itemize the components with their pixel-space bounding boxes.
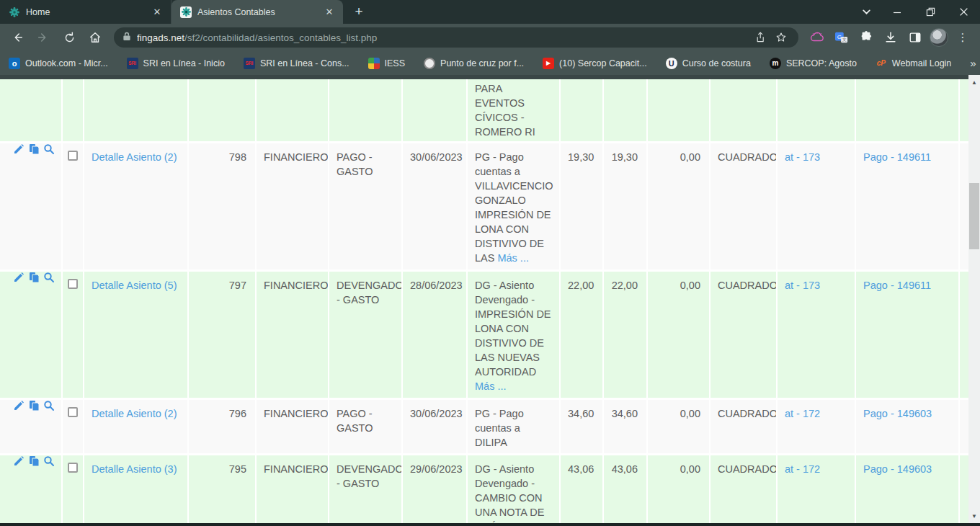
date-cell: 29/06/2023 [403, 455, 466, 523]
edit-icon[interactable] [12, 400, 24, 412]
share-icon[interactable] [751, 27, 771, 48]
date-cell: 30/06/2023 [403, 143, 466, 269]
close-window-button[interactable] [947, 0, 980, 24]
description-cell: DG - Asiento Devengado - IMPRESIÓN DE LO… [468, 272, 559, 398]
asientos-table: PARA EVENTOS CÍVICOS - ROMERO RI Más ...… [0, 79, 968, 523]
status-cell: CUADRADO [710, 455, 776, 523]
difference-cell: 0,00 [648, 400, 709, 453]
difference-cell: 0,00 [648, 272, 709, 398]
more-link[interactable]: Más ... [475, 380, 507, 392]
detalle-asiento-link[interactable]: Detalle Asiento (2) [92, 151, 177, 163]
type-cell: DEVENGADO - GASTO [329, 272, 401, 398]
tab-search-chevron-icon[interactable] [852, 0, 881, 24]
detalle-asiento-link[interactable]: Detalle Asiento (5) [92, 280, 177, 291]
bookmark-sri-consultas[interactable]: SRISRI en Línea - Cons... [244, 58, 349, 69]
extensions-area: G文 ⋮ [806, 27, 974, 48]
row-checkbox[interactable] [68, 407, 78, 417]
bookmarks-overflow-chevron[interactable]: » [970, 57, 976, 69]
type-cell: DEVENGADO - GASTO [329, 455, 401, 523]
translate-extension-icon[interactable]: G文 [832, 27, 852, 48]
downloads-icon[interactable] [881, 27, 901, 48]
search-icon[interactable] [43, 455, 55, 468]
at-ref-link[interactable]: at - 172 [785, 463, 820, 475]
tab-home[interactable]: Home ✕ [0, 0, 172, 24]
status-cell: CUADRADO [710, 400, 776, 453]
bookmark-curso-costura[interactable]: UCurso de costura [666, 58, 751, 69]
row-checkbox[interactable] [68, 279, 78, 289]
extension-cloud-icon[interactable] [807, 27, 827, 48]
scrollbar-thumb[interactable] [969, 183, 979, 249]
cross-stitch-icon [424, 58, 435, 69]
minimize-button[interactable] [881, 0, 914, 24]
bookmark-sercop-youtube[interactable]: ▶(10) Sercop Capacit... [543, 58, 647, 69]
svg-text:文: 文 [842, 37, 846, 42]
date-cell: 28/06/2023 [403, 272, 466, 398]
back-icon[interactable] [6, 26, 29, 49]
credit-cell: 43,06 [604, 455, 646, 523]
address-bar[interactable]: fingads.net/sf2/contabilidad/asientos_co… [114, 27, 798, 48]
cpanel-icon: cP [876, 58, 887, 69]
reload-icon[interactable] [58, 26, 81, 49]
bookmark-star-icon[interactable] [771, 27, 791, 48]
extensions-puzzle-icon[interactable] [856, 27, 876, 48]
lock-icon [122, 31, 131, 44]
tab-asientos-contables[interactable]: Asientos Contables ✕ [172, 0, 343, 24]
close-tab-icon[interactable]: ✕ [151, 6, 164, 19]
row-checkbox[interactable] [68, 151, 78, 161]
row-actions [12, 143, 61, 269]
copy-icon[interactable] [27, 400, 40, 412]
row-actions [12, 272, 61, 398]
at-ref-link[interactable]: at - 172 [785, 408, 820, 419]
new-tab-button[interactable]: + [349, 1, 369, 22]
side-panel-icon[interactable] [905, 27, 925, 48]
bookmark-sri-inicio[interactable]: SRISRI en Línea - Inicio [127, 58, 225, 69]
debit-cell: 43,06 [561, 455, 602, 523]
copy-icon[interactable] [27, 272, 40, 284]
site-favicon [180, 6, 192, 18]
scroll-down-icon[interactable]: ▼ [968, 510, 980, 522]
scroll-up-icon[interactable]: ▲ [968, 76, 980, 88]
edit-icon[interactable] [12, 143, 24, 156]
profile-avatar[interactable] [930, 28, 948, 47]
tab-title: Asientos Contables [197, 7, 317, 17]
page-scrollbar[interactable]: ▲ ▼ [968, 75, 980, 523]
difference-cell: 0,00 [648, 143, 709, 269]
bookmark-sercop-agosto[interactable]: mSERCOP: Agosto [770, 58, 857, 69]
detalle-asiento-link[interactable]: Detalle Asiento (2) [92, 408, 177, 419]
browser-menu-kebab-icon[interactable]: ⋮ [953, 27, 973, 48]
search-icon[interactable] [43, 400, 55, 412]
moodle-icon: m [770, 58, 781, 69]
bookmark-webmail[interactable]: cPWebmail Login [876, 58, 951, 69]
search-icon[interactable] [43, 272, 55, 284]
debit-cell: 34,60 [561, 400, 602, 453]
type-cell: PAGO - GASTO [329, 143, 401, 269]
bookmark-punto-de-cruz[interactable]: Punto de cruz por f... [424, 58, 524, 69]
pago-ref-link[interactable]: Pago - 149611 [863, 280, 931, 291]
home-icon[interactable] [84, 26, 107, 49]
more-link[interactable]: Más ... [497, 252, 529, 264]
bookmark-outlook[interactable]: oOutlook.com - Micr... [9, 58, 108, 69]
search-icon[interactable] [43, 143, 55, 156]
at-ref-link[interactable]: at - 173 [785, 151, 820, 163]
copy-icon[interactable] [27, 143, 40, 156]
pago-ref-link[interactable]: Pago - 149603 [863, 463, 932, 475]
tab-strip: Home ✕ Asientos Contables ✕ + [0, 0, 980, 24]
restore-button[interactable] [914, 0, 947, 24]
edit-icon[interactable] [12, 272, 24, 284]
row-checkbox[interactable] [68, 463, 78, 473]
debit-cell: 19,30 [561, 143, 602, 269]
detalle-asiento-link[interactable]: Detalle Asiento (3) [92, 463, 177, 475]
edit-icon[interactable] [12, 455, 24, 468]
bookmark-iess[interactable]: IESS [368, 58, 406, 69]
pago-ref-link[interactable]: Pago - 149603 [863, 408, 932, 419]
page-content: PARA EVENTOS CÍVICOS - ROMERO RI Más ...… [0, 75, 980, 526]
pago-ref-link[interactable]: Pago - 149611 [863, 151, 931, 163]
more-link[interactable]: Más ... [475, 141, 507, 141]
difference-cell: 0,00 [648, 455, 709, 523]
copy-icon[interactable] [27, 455, 40, 468]
close-tab-icon[interactable]: ✕ [323, 6, 336, 19]
asiento-id: 798 [189, 143, 255, 269]
at-ref-link[interactable]: at - 173 [785, 280, 820, 291]
forward-icon[interactable] [32, 26, 55, 49]
status-cell: CUADRADO [710, 143, 776, 269]
